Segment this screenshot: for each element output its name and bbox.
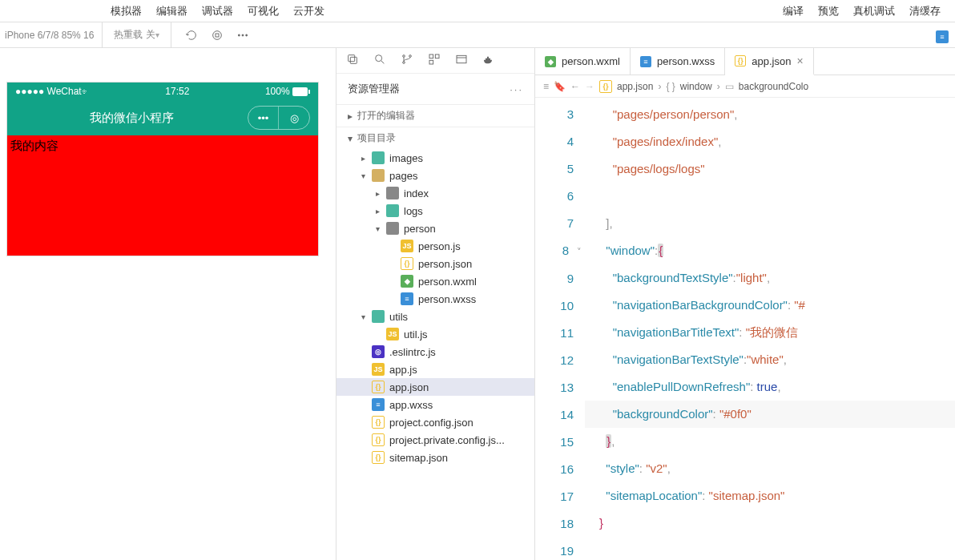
file-icon: ◎: [372, 345, 385, 358]
editor-tab[interactable]: {}app.json×: [725, 48, 813, 75]
tree-item[interactable]: JSutil.js: [336, 325, 534, 343]
tree-item[interactable]: ▸logs: [336, 202, 534, 220]
svg-point-3: [242, 34, 244, 36]
menu-item[interactable]: 清缓存: [909, 4, 941, 18]
tree-item[interactable]: ≡app.wxss: [336, 396, 534, 413]
breadcrumb[interactable]: ≡ 🔖 ← → {} app.json › { } window › ▭ bac…: [535, 75, 955, 98]
chevron-icon: ▸: [373, 207, 381, 216]
file-icon: {}: [401, 257, 413, 270]
tree-label: app.json: [389, 381, 429, 393]
code-editor[interactable]: "pages/person/person", "pages/index/inde…: [585, 98, 955, 560]
code-line[interactable]: [585, 183, 955, 210]
tree-item[interactable]: {}app.json: [336, 378, 534, 396]
tree-item[interactable]: JSperson.js: [336, 237, 534, 255]
tree-item[interactable]: ▸images: [336, 149, 534, 167]
capsule-close-icon[interactable]: ◎: [279, 107, 309, 129]
svg-rect-14: [429, 54, 433, 58]
menu-item[interactable]: 模拟器: [111, 4, 142, 18]
code-line[interactable]: "navigationBarTitleText": "我的微信: [585, 319, 955, 346]
sim-body[interactable]: 我的内容: [7, 135, 318, 256]
hot-reload-toggle[interactable]: 热重载 关 ▾: [103, 22, 171, 48]
explorer-more-icon[interactable]: ···: [510, 83, 523, 95]
tree-item[interactable]: {}project.private.config.js...: [336, 431, 534, 449]
code-line[interactable]: [585, 537, 955, 560]
sim-capsule[interactable]: ••• ◎: [248, 106, 310, 130]
editor-tab[interactable]: ≡person.wxss: [631, 48, 725, 75]
list-icon[interactable]: ≡: [543, 81, 549, 92]
sim-nav-title: 我的微信小程序: [15, 111, 248, 126]
capsule-menu-icon[interactable]: •••: [248, 107, 279, 129]
tree-item[interactable]: ◆person.wxml: [336, 272, 534, 290]
search-icon[interactable]: [373, 53, 386, 68]
menu-item[interactable]: 调试器: [202, 4, 233, 18]
code-line[interactable]: "window":{: [585, 237, 955, 264]
svg-rect-15: [435, 54, 439, 58]
code-line[interactable]: },: [585, 428, 955, 455]
docker-icon[interactable]: [482, 53, 495, 68]
explorer-pane: 资源管理器 ··· ▸打开的编辑器 ▾项目目录 ▸images▾pages▸in…: [336, 48, 535, 560]
git-branch-icon[interactable]: [401, 53, 413, 68]
code-line[interactable]: "navigationBarBackgroundColor": "#: [585, 292, 955, 319]
menu-item[interactable]: 云开发: [293, 4, 324, 18]
tree-item[interactable]: JSapp.js: [336, 361, 534, 378]
tree-item[interactable]: {}sitemap.json: [336, 449, 534, 466]
tree-item[interactable]: {}person.json: [336, 255, 534, 272]
refresh-icon[interactable]: [184, 28, 199, 42]
explorer-title: 资源管理器: [348, 82, 400, 96]
svg-rect-16: [429, 60, 433, 64]
menu-item[interactable]: 可视化: [248, 4, 279, 18]
code-line[interactable]: "pages/logs/logs": [585, 155, 955, 183]
project-section[interactable]: ▾项目目录: [336, 127, 534, 149]
extension-icon[interactable]: [428, 53, 441, 68]
file-icon: ◆: [401, 275, 413, 288]
file-icon: ◆: [545, 56, 556, 67]
file-icon: [372, 169, 385, 182]
code-line[interactable]: "pages/person/person",: [585, 101, 955, 128]
copy-icon[interactable]: [346, 53, 359, 68]
code-line[interactable]: ],: [585, 210, 955, 237]
more-options-icon[interactable]: [236, 28, 250, 42]
bookmark-icon[interactable]: 🔖: [554, 81, 566, 92]
tree-item[interactable]: ▾pages: [336, 167, 534, 184]
file-icon: {}: [372, 416, 385, 429]
svg-rect-7: [350, 57, 357, 63]
code-line[interactable]: "backgroundColor": "#0f0": [585, 401, 955, 428]
menu-item[interactable]: 编辑器: [156, 4, 187, 18]
forward-icon[interactable]: →: [585, 81, 594, 92]
tab-label: app.json: [752, 55, 791, 67]
code-line[interactable]: "enablePullDownRefresh": true,: [585, 373, 955, 401]
menu-item[interactable]: 预览: [818, 4, 839, 18]
file-icon: {}: [735, 55, 746, 66]
editor-tab[interactable]: ◆person.wxml: [535, 48, 631, 75]
code-line[interactable]: "style": "v2",: [585, 455, 955, 482]
code-line[interactable]: "navigationBarTextStyle":"white",: [585, 346, 955, 373]
code-line[interactable]: "backgroundTextStyle":"light",: [585, 264, 955, 292]
open-editors-section[interactable]: ▸打开的编辑器: [336, 104, 534, 127]
svg-point-0: [212, 30, 221, 39]
sim-carrier: ●●●●● WeChat⁠ᯤ: [15, 86, 90, 97]
menu-item[interactable]: 编译: [783, 4, 804, 18]
tree-item[interactable]: ≡person.wxss: [336, 290, 534, 308]
tree-item[interactable]: ▾person: [336, 220, 534, 237]
tree-item[interactable]: ▾utils: [336, 308, 534, 325]
svg-line-10: [381, 61, 384, 63]
stop-icon[interactable]: [210, 28, 224, 42]
svg-rect-1: [216, 34, 219, 37]
code-line[interactable]: "pages/index/index",: [585, 128, 955, 155]
wxss-icon-corner[interactable]: ≡: [936, 30, 949, 43]
chevron-icon: ▾: [373, 224, 381, 233]
svg-rect-8: [349, 55, 355, 62]
menu-item[interactable]: 真机调试: [853, 4, 895, 18]
code-line[interactable]: }: [585, 510, 955, 537]
window-icon[interactable]: [455, 53, 468, 68]
simulator-device[interactable]: ●●●●● WeChat⁠ᯤ 17:52 100% 我的微信小程序 ••• ◎ …: [6, 82, 319, 256]
tree-item[interactable]: ◎.eslintrc.js: [336, 343, 534, 361]
device-selector[interactable]: iPhone 6/7/8 85% 16: [5, 22, 103, 48]
code-line[interactable]: "sitemapLocation": "sitemap.json": [585, 482, 955, 510]
tree-label: logs: [404, 205, 423, 217]
tree-label: app.wxss: [389, 399, 433, 411]
back-icon[interactable]: ←: [570, 81, 580, 92]
close-icon[interactable]: ×: [796, 54, 803, 67]
tree-item[interactable]: {}project.config.json: [336, 413, 534, 431]
tree-item[interactable]: ▸index: [336, 184, 534, 202]
